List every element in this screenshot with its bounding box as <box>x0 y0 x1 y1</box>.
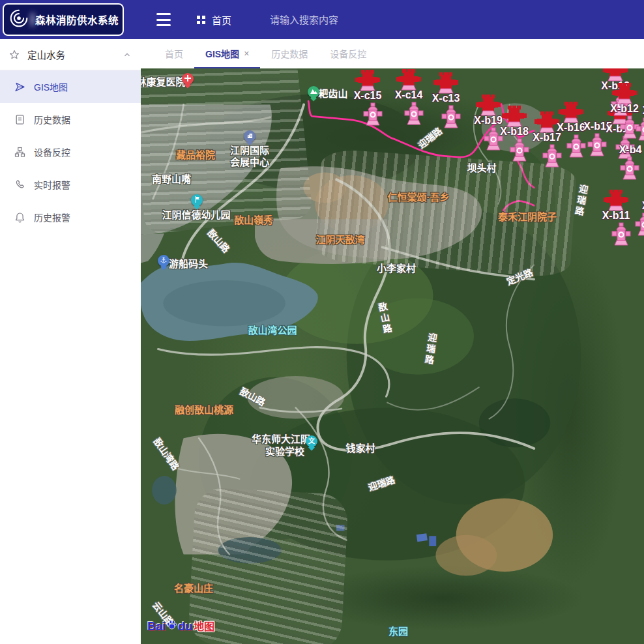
map-canvas[interactable]: 林康复医院耙齿山藏品裕院江阴国际会展中心南野山嘴江阴信德幼儿园敔山嶺秀敔山路江阴… <box>141 68 644 644</box>
sidebar-item-gis-map[interactable]: GIS地图 <box>0 70 141 103</box>
sidebar-item-label: 历史数据 <box>34 113 70 126</box>
hydrant-pink-icon <box>636 116 644 143</box>
send-icon <box>14 81 25 93</box>
map-label-poi: 耙齿山 <box>318 86 347 100</box>
tab-history-data[interactable]: 历史数据 <box>260 39 319 68</box>
sidebar-item-label: 实时报警 <box>34 178 70 191</box>
marker-label: X-b18 <box>500 126 529 138</box>
map-label-poi: 坝头村 <box>467 160 496 174</box>
tab-home[interactable]: 首页 <box>154 39 194 68</box>
map-label-poi: 小李家村 <box>377 261 416 274</box>
map-label-est: 敔山嶺秀 <box>234 212 273 226</box>
tab-close-icon[interactable]: × <box>244 48 249 59</box>
marker-label: X-c14 <box>395 89 423 101</box>
hydrant-pink-icon <box>542 143 562 170</box>
top-header: 森林消防供水系统 首页 <box>0 0 644 39</box>
map-label-road: 敔山路 <box>375 301 394 336</box>
tab-label: 历史数据 <box>271 47 308 60</box>
wharf-pin[interactable] <box>158 255 169 267</box>
sidebar-item-realtime-alarm[interactable]: 实时报警 <box>0 168 141 201</box>
exhibition-center-pin[interactable] <box>244 130 256 142</box>
marker-label: X-c13 <box>432 93 460 104</box>
pin-glyph <box>194 196 200 204</box>
tab-bar: 首页 GIS地图 × 历史数据 设备反控 <box>141 39 644 68</box>
map-overlay: 林康复医院耙齿山藏品裕院江阴国际会展中心南野山嘴江阴信德幼儿园敔山嶺秀敔山路江阴… <box>141 68 644 644</box>
pin-glyph <box>310 89 317 96</box>
hamburger-menu-icon[interactable] <box>156 13 172 26</box>
baidu-logo-text: Bai <box>147 620 166 634</box>
sidebar-section-header[interactable]: 定山水务 <box>0 39 141 70</box>
pin-glyph: 文 <box>308 438 315 445</box>
map-label-poi: 实验学校 <box>265 444 304 458</box>
nav-home[interactable]: 首页 <box>197 12 231 27</box>
hydrant-pink-icon <box>635 211 644 239</box>
star-icon <box>9 50 20 60</box>
map-label-poi: 林康复医院 <box>141 74 186 88</box>
map-label-poi: 会展中心 <box>230 154 269 168</box>
map-label-est: 名豪山庄 <box>174 581 213 594</box>
hydrant-pink-icon <box>510 137 529 164</box>
document-icon <box>14 114 25 125</box>
hydrant-pink-icon <box>587 132 607 159</box>
map-label-est: 藏品裕院 <box>176 147 215 161</box>
app-logo[interactable]: 森林消防供水系统 <box>3 3 124 36</box>
map-label-poi: 钱家村 <box>345 441 375 454</box>
tab-gis-map[interactable]: GIS地图 × <box>194 39 260 68</box>
map-label-road: 敔山路 <box>238 384 268 408</box>
pin-glyph <box>247 133 253 140</box>
baidu-logo-suffix: 地图 <box>194 618 214 634</box>
map-label-est: 江阴天敔湾 <box>315 232 364 246</box>
hydrant-pink-icon <box>363 101 383 128</box>
map-label-est: 泰禾江阴院子 <box>498 209 557 223</box>
app-root: 森林消防供水系统 首页 定山水务 GIS地图 <box>0 0 644 644</box>
hydrant-pink-icon <box>566 133 586 160</box>
bell-icon <box>14 212 25 223</box>
sidebar-item-device-control[interactable]: 设备反控 <box>0 136 141 168</box>
sidebar-item-history-data[interactable]: 历史数据 <box>0 103 141 136</box>
logo-blurred-prefix <box>31 13 34 26</box>
tab-label: 首页 <box>165 47 183 60</box>
map-label-est: 仁恒棠颂·吾乡 <box>388 190 450 203</box>
hydrant-pink-icon <box>404 100 424 128</box>
map-label-road: 敔山路 <box>205 226 233 256</box>
map-label-road: 迎瑞路 <box>572 183 591 218</box>
map-label-poi: 华东师大江阴 <box>252 432 310 445</box>
tab-label: 设备反控 <box>330 47 366 60</box>
map-label-park: 东园 <box>388 624 408 637</box>
hospital-pin[interactable] <box>182 73 194 85</box>
sidebar-item-label: GIS地图 <box>34 80 68 93</box>
sitemap-icon <box>14 147 25 158</box>
sidebar-item-history-alarm[interactable]: 历史报警 <box>0 201 141 233</box>
map-label-est: 融创敔山桃源 <box>175 402 233 416</box>
map-label-poi: 游船码头 <box>169 256 208 270</box>
school-pin[interactable]: 文 <box>306 435 317 447</box>
logo-spiral-icon <box>8 7 30 32</box>
marker-label: X-c15 <box>354 90 382 102</box>
map-label-road: 敔山湾路 <box>151 435 183 472</box>
map-label-road: 迎瑞路 <box>415 124 444 151</box>
map-label-park: 敔山湾公园 <box>248 323 297 336</box>
hydrant-pink-icon <box>611 221 631 248</box>
grid-icon <box>197 16 205 24</box>
tab-device-control[interactable]: 设备反控 <box>319 39 377 68</box>
hydrant-pink-icon <box>620 155 639 183</box>
tab-label: GIS地图 <box>205 47 239 60</box>
marker-label: X-b19 <box>474 115 503 126</box>
kindergarten-pin[interactable] <box>191 194 203 206</box>
chevron-up-icon <box>123 50 132 59</box>
phone-icon <box>14 179 25 190</box>
map-label-road: 迎瑞路 <box>422 332 439 366</box>
app-title: 森林消防供水系统 <box>35 12 119 27</box>
pin-glyph <box>184 75 191 83</box>
map-label-road: 迎瑞路 <box>366 473 396 493</box>
mountain-pin[interactable] <box>308 86 319 98</box>
search-input[interactable] <box>270 10 387 29</box>
marker-label: X-b16 <box>557 122 585 134</box>
marker-label: X-b12 <box>610 103 639 115</box>
baidu-maps-attribution[interactable]: Bai du 地图 <box>147 618 214 634</box>
hydrant-pink-icon <box>441 104 461 131</box>
map-label-poi: 南野山嘴 <box>152 171 191 185</box>
marker-label: X <box>642 200 644 212</box>
sidebar-section-title: 定山水务 <box>27 48 123 61</box>
map-label-road: 定光路 <box>505 265 534 287</box>
